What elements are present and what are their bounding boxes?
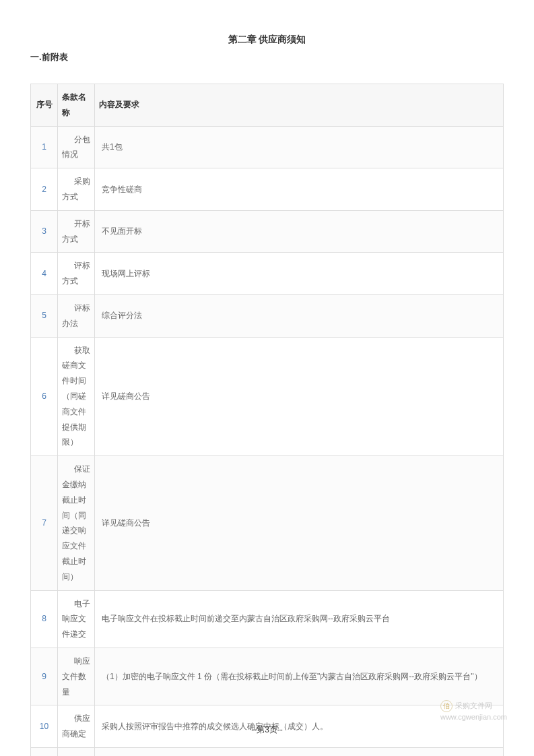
- row-content: 竞争性磋商: [95, 168, 504, 211]
- row-name: 采购方式: [58, 168, 95, 211]
- row-name: 评标方式: [58, 253, 95, 295]
- header-name: 条款名称: [58, 84, 95, 127]
- row-num: 8: [31, 590, 58, 648]
- row-content: 不见面开标: [95, 210, 504, 253]
- table-row: 5 评标办法 综合评分法: [31, 294, 504, 337]
- row-num: 1: [31, 126, 58, 168]
- header-content: 内容及要求: [95, 84, 504, 127]
- row-content: 详见磋商公告: [95, 337, 504, 456]
- table-header-row: 序号 条款名称 内容及要求: [31, 84, 504, 127]
- row-name: 评标办法: [58, 294, 95, 337]
- row-name: 保证金缴纳截止时间（同递交响应文件截止时间）: [58, 456, 95, 590]
- row-content: （1）加密的电子响应文件 1 份（需在投标截止时间前上传至"内蒙古自治区政府采购…: [95, 648, 504, 705]
- table-row: 3 开标方式 不见面开标: [31, 210, 504, 253]
- row-content: 不允许: [95, 747, 504, 756]
- table-row: 6 获取磋商文件时间（同磋商文件提供期限） 详见磋商公告: [31, 337, 504, 456]
- row-name: 响应文件数量: [58, 648, 95, 705]
- row-num: 6: [31, 337, 58, 456]
- watermark-icon: 伯: [440, 700, 453, 712]
- row-name: 开标方式: [58, 210, 95, 253]
- row-num: 9: [31, 648, 58, 705]
- table-row: 4 评标方式 现场网上评标: [31, 253, 504, 295]
- chapter-title: 第二章 供应商须知: [30, 34, 504, 46]
- row-num: 3: [31, 210, 58, 253]
- table-row: 1 分包情况 共1包: [31, 126, 504, 168]
- attachment-table: 序号 条款名称 内容及要求 1 分包情况 共1包 2 采购方式 竞争性磋商 3 …: [30, 84, 504, 756]
- row-content: 详见磋商公告: [95, 456, 504, 590]
- header-num: 序号: [31, 84, 58, 127]
- row-content: 综合评分法: [95, 294, 504, 337]
- watermark-url: www.cgwenjian.com: [440, 712, 507, 722]
- row-content: 现场网上评标: [95, 253, 504, 295]
- row-num: 4: [31, 253, 58, 295]
- row-name: 电子响应文件递交: [58, 590, 95, 648]
- row-num: 7: [31, 456, 58, 590]
- watermark: 伯 采购文件网 www.cgwenjian.com: [440, 700, 507, 722]
- section-title: 一.前附表: [30, 51, 504, 63]
- page-footer: --第3页--: [0, 724, 534, 736]
- row-name: 获取磋商文件时间（同磋商文件提供期限）: [58, 337, 95, 456]
- row-content: 共1包: [95, 126, 504, 168]
- table-row: 2 采购方式 竞争性磋商: [31, 168, 504, 211]
- table-row: 11 备选方案 不允许: [31, 747, 504, 756]
- row-num: 5: [31, 294, 58, 337]
- row-num: 11: [31, 747, 58, 756]
- row-name: 分包情况: [58, 126, 95, 168]
- table-row: 8 电子响应文件递交 电子响应文件在投标截止时间前递交至内蒙古自治区政府采购网-…: [31, 590, 504, 648]
- table-row: 9 响应文件数量 （1）加密的电子响应文件 1 份（需在投标截止时间前上传至"内…: [31, 648, 504, 705]
- row-content: 电子响应文件在投标截止时间前递交至内蒙古自治区政府采购网--政府采购云平台: [95, 590, 504, 648]
- watermark-cn: 采购文件网: [455, 701, 492, 711]
- table-row: 7 保证金缴纳截止时间（同递交响应文件截止时间） 详见磋商公告: [31, 456, 504, 590]
- row-name: 备选方案: [58, 747, 95, 756]
- row-num: 2: [31, 168, 58, 211]
